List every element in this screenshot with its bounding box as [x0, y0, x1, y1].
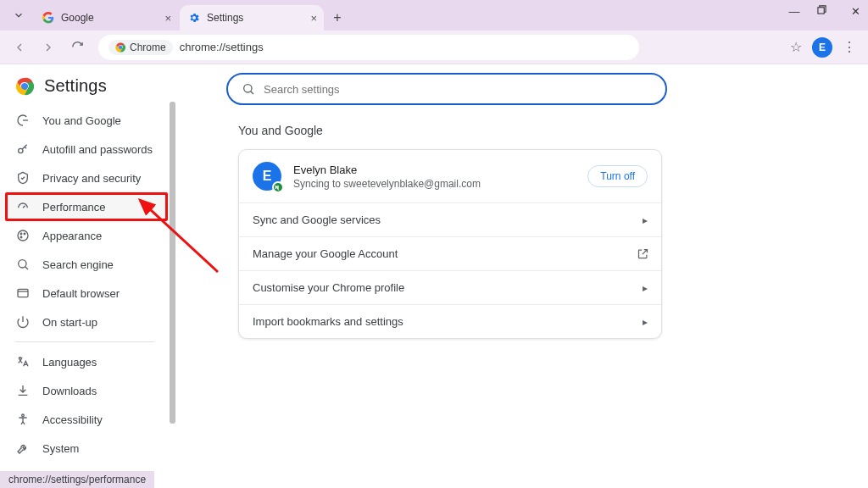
overflow-menu-button[interactable]: ⋮: [843, 39, 856, 55]
row-label: Import bookmarks and settings: [253, 315, 403, 328]
profile-name: Evelyn Blake: [293, 164, 481, 176]
row-label: Customise your Chrome profile: [253, 281, 404, 294]
sidebar-separator: [15, 341, 154, 342]
omnibox[interactable]: Chrome chrome://settings: [98, 35, 639, 60]
sidebar-item-languages[interactable]: Languages: [0, 347, 170, 376]
svg-line-11: [25, 267, 28, 269]
row-label: Sync and Google services: [253, 214, 381, 226]
reload-button[interactable]: [66, 36, 88, 58]
window-controls: — ✕: [787, 5, 863, 18]
settings-main: You and Google E Evelyn Blake Syncing to…: [175, 64, 868, 488]
profile-avatar: E: [253, 162, 281, 191]
external-link-icon: [637, 247, 649, 260]
sidebar-item-label: Autofill and passwords: [42, 143, 153, 156]
sidebar-item-system[interactable]: System: [0, 434, 170, 463]
tab-label: Google: [61, 12, 170, 24]
window-titlebar: Google × Settings × + — ✕: [0, 0, 868, 30]
close-window-button[interactable]: ✕: [848, 5, 863, 18]
row-customise-profile[interactable]: Customise your Chrome profile ▸: [239, 270, 661, 304]
sidebar-item-label: Privacy and security: [42, 172, 141, 185]
chrome-logo-icon: [15, 77, 34, 96]
section-title: You and Google: [238, 124, 843, 137]
tab-close-icon[interactable]: ×: [164, 12, 171, 25]
shield-icon: [15, 170, 31, 186]
translate-icon: [15, 354, 31, 369]
sidebar-item-label: Search engine: [42, 258, 114, 271]
profile-sync-line: Syncing to sweetevelynblake@gmail.com: [293, 178, 481, 190]
row-import-bookmarks[interactable]: Import bookmarks and settings ▸: [239, 304, 661, 338]
chevron-right-icon: ▸: [643, 316, 648, 328]
google-favicon-icon: [42, 12, 54, 24]
site-chip-label: Chrome: [130, 42, 166, 53]
sidebar-item-on-startup[interactable]: On start-up: [0, 308, 170, 336]
maximize-button[interactable]: [817, 5, 832, 18]
status-bar: chrome://settings/performance: [0, 471, 154, 488]
settings-favicon-icon: [188, 12, 200, 24]
tab-settings[interactable]: Settings ×: [180, 5, 324, 30]
turn-off-sync-button[interactable]: Turn off: [587, 165, 648, 187]
sidebar-item-label: Performance: [42, 201, 105, 214]
back-button[interactable]: [8, 36, 31, 58]
profile-info: Evelyn Blake Syncing to sweetevelynblake…: [293, 164, 481, 190]
sidebar-item-you-and-google[interactable]: You and Google: [0, 106, 170, 135]
tab-close-icon[interactable]: ×: [310, 12, 317, 25]
wrench-icon: [15, 441, 31, 456]
key-icon: [15, 141, 31, 157]
tab-search-button[interactable]: [7, 3, 31, 27]
sidebar-item-label: On start-up: [42, 316, 97, 329]
power-icon: [15, 314, 31, 330]
svg-rect-12: [18, 289, 28, 297]
profile-row: E Evelyn Blake Syncing to sweetevelynbla…: [239, 150, 661, 202]
svg-point-10: [19, 260, 26, 268]
sidebar-item-privacy[interactable]: Privacy and security: [0, 164, 170, 192]
tab-google[interactable]: Google ×: [34, 5, 178, 30]
new-tab-button[interactable]: +: [326, 6, 349, 30]
sidebar-item-label: Languages: [42, 356, 97, 369]
minimize-button[interactable]: —: [787, 5, 802, 18]
svg-point-14: [22, 414, 25, 417]
sidebar-item-appearance[interactable]: Appearance: [0, 221, 170, 250]
settings-title: Settings: [44, 76, 107, 96]
svg-point-7: [20, 233, 22, 235]
row-manage-account[interactable]: Manage your Google Account: [239, 236, 661, 270]
profile-avatar-button[interactable]: E: [812, 37, 832, 58]
sidebar-item-label: Default browser: [42, 287, 120, 300]
chrome-icon: [115, 42, 125, 53]
bookmark-star-icon[interactable]: ☆: [790, 39, 802, 55]
search-icon: [15, 257, 31, 272]
sidebar-item-autofill[interactable]: Autofill and passwords: [0, 135, 170, 164]
chevron-right-icon: ▸: [643, 214, 648, 226]
sidebar-item-label: System: [42, 442, 79, 455]
sidebar-item-search-engine[interactable]: Search engine: [0, 250, 170, 279]
row-sync-services[interactable]: Sync and Google services ▸: [239, 202, 661, 236]
svg-point-15: [244, 85, 252, 92]
sidebar-item-label: Appearance: [42, 230, 102, 242]
forward-button[interactable]: [37, 36, 59, 58]
svg-point-5: [19, 148, 23, 152]
paint-icon: [15, 228, 31, 243]
search-icon: [242, 82, 255, 96]
sidebar-item-performance[interactable]: Performance: [0, 192, 170, 221]
svg-line-16: [251, 92, 253, 94]
tab-label: Settings: [207, 12, 315, 24]
sync-status-icon: [272, 181, 284, 193]
speedometer-icon: [15, 199, 31, 214]
sidebar-item-accessibility[interactable]: Accessibility: [0, 405, 170, 434]
row-label: Manage your Google Account: [253, 247, 398, 260]
svg-point-9: [20, 236, 22, 238]
avatar-initial: E: [263, 169, 272, 184]
browser-icon: [15, 286, 31, 301]
settings-search-input[interactable]: [264, 83, 652, 96]
settings-search-box[interactable]: [226, 73, 667, 105]
sidebar-item-downloads[interactable]: Downloads: [0, 376, 170, 405]
svg-point-6: [18, 230, 28, 241]
accessibility-icon: [15, 412, 31, 427]
sidebar-item-default-browser[interactable]: Default browser: [0, 279, 170, 308]
google-g-icon: [15, 113, 31, 128]
sidebar-scrollbar[interactable]: [170, 102, 175, 424]
address-bar-row: Chrome chrome://settings ☆ E ⋮: [0, 30, 868, 64]
you-and-google-card: E Evelyn Blake Syncing to sweetevelynbla…: [238, 149, 662, 339]
settings-sidebar: Settings You and Google Autofill and pas…: [0, 64, 170, 488]
sidebar-item-label: You and Google: [42, 114, 121, 127]
url-text: chrome://settings: [180, 41, 264, 53]
